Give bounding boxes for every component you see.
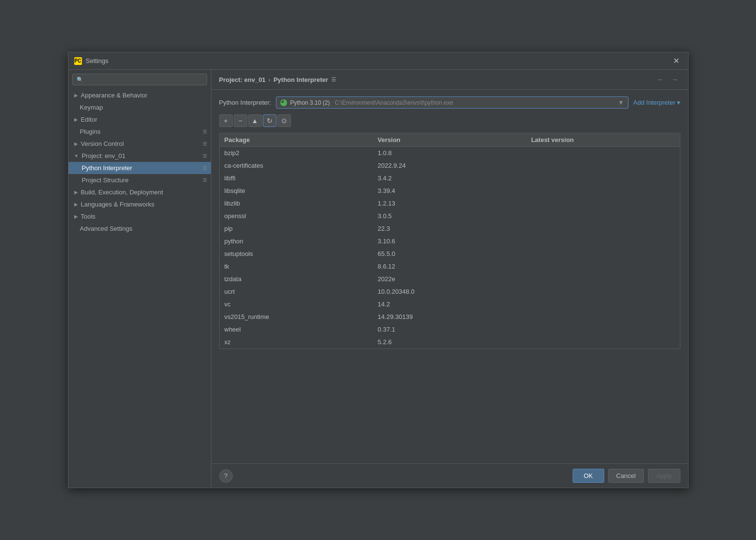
table-row[interactable]: python3.10.6 [220,235,680,248]
remove-package-button[interactable]: − [234,114,247,127]
close-button[interactable]: ✕ [670,55,682,66]
chevron-down-icon: ▼ [74,153,79,159]
table-row[interactable]: wheel0.37.1 [220,323,680,336]
nav-forward-button[interactable]: → [670,75,680,84]
sidebar-item-tools[interactable]: ▶ Tools [68,210,211,222]
col-header-package: Package [220,133,373,146]
app-icon: PC [74,57,82,65]
sidebar-item-appearance[interactable]: ▶ Appearance & Behavior [68,89,211,101]
sidebar-item-label: Tools [81,213,96,220]
breadcrumb-project: Project: env_01 [219,76,266,83]
table-row[interactable]: vs2015_runtime14.29.30139 [220,311,680,323]
table-cell-latest [526,286,679,298]
table-cell-latest [526,298,679,310]
col-header-version: Version [373,133,526,146]
table-row[interactable]: libsqlite3.39.4 [220,185,680,197]
sidebar-item-keymap[interactable]: Keymap [68,101,211,113]
search-input[interactable] [86,76,203,83]
table-row[interactable]: bzip21.0.8 [220,147,680,159]
interpreter-label: Python Interpreter: [219,99,272,106]
dialog-title: Settings [86,57,109,64]
sidebar-item-project-structure[interactable]: Project Structure ☰ [68,174,211,186]
settings-icon: ☰ [203,129,207,134]
table-row[interactable]: tzdata2022e [220,273,680,286]
table-cell-version: 3.10.6 [373,235,526,247]
sidebar-item-languages-frameworks[interactable]: ▶ Languages & Frameworks [68,198,211,210]
settings-icon: ☰ [203,177,207,183]
table-cell-version: 65.5.0 [373,248,526,260]
sidebar-item-python-interpreter[interactable]: Python Interpreter ☰ [68,162,211,174]
table-row[interactable]: setuptools65.5.0 [220,248,680,260]
packages-toolbar: + − ▲ ↻ ⊙ [219,114,680,127]
apply-button[interactable]: Apply [648,469,680,483]
table-cell-package: tk [220,260,373,272]
settings-icon: ☰ [203,141,207,146]
sidebar-item-label: Editor [81,116,97,123]
table-cell-latest [526,311,679,323]
chevron-right-icon: ▶ [74,214,78,219]
table-cell-package: libsqlite [220,185,373,197]
refresh-packages-button[interactable]: ↻ [263,114,276,127]
table-cell-latest [526,235,679,247]
breadcrumb-section: Python Interpreter [273,76,328,83]
chevron-right-icon: ▶ [74,117,78,122]
table-cell-package: ca-certificates [220,159,373,172]
dialog-buttons: OK Cancel Apply [573,469,680,483]
interpreter-row: Python Interpreter: Python 3.10 (2) C:\E… [219,96,680,109]
table-cell-package: xz [220,336,373,348]
sidebar-item-label: Languages & Frameworks [81,201,155,208]
table-row[interactable]: ca-certificates2022.9.24 [220,159,680,172]
sidebar-item-plugins[interactable]: Plugins ☰ [68,126,211,138]
sidebar-item-label: Plugins [80,128,101,135]
sidebar-item-label: Project Structure [82,176,129,184]
sidebar-item-build-exec-deploy[interactable]: ▶ Build, Execution, Deployment [68,186,211,198]
table-row[interactable]: vc14.2 [220,298,680,311]
chevron-right-icon: ▶ [74,202,78,207]
table-row[interactable]: openssl3.0.5 [220,210,680,222]
nav-back-button[interactable]: ← [655,75,666,84]
table-cell-version: 22.3 [373,222,526,235]
table-cell-package: wheel [220,323,373,335]
sidebar-item-editor[interactable]: ▶ Editor [68,113,211,126]
table-row[interactable]: tk8.6.12 [220,260,680,273]
sidebar-item-project-env01[interactable]: ▼ Project: env_01 ☰ [68,150,211,162]
table-row[interactable]: pip22.3 [220,222,680,235]
add-interpreter-button[interactable]: Add Interpreter ▾ [633,99,680,106]
table-cell-latest [526,172,679,184]
table-cell-latest [526,185,679,197]
breadcrumb-bar: Project: env_01 › Python Interpreter ☰ ←… [211,70,688,90]
table-cell-package: vc [220,298,373,310]
sidebar-item-version-control[interactable]: ▶ Version Control ☰ [68,138,211,150]
dropdown-arrow-icon: ▼ [618,99,624,106]
help-button[interactable]: ? [219,469,233,483]
table-cell-latest [526,222,679,235]
sidebar-item-label: Keymap [80,104,103,111]
ok-button[interactable]: OK [573,469,604,483]
table-cell-version: 2022.9.24 [373,159,526,172]
breadcrumb-separator: › [269,76,271,83]
add-package-button[interactable]: + [219,114,233,127]
table-cell-version: 3.4.2 [373,172,526,184]
content-area: Python Interpreter: Python 3.10 (2) C:\E… [211,90,688,463]
table-cell-package: tzdata [220,273,373,285]
sidebar-item-advanced-settings[interactable]: Advanced Settings [68,222,211,235]
settings-dialog: PC Settings ✕ 🔍 ▶ Appearance & Behavior … [68,52,689,488]
cancel-button[interactable]: Cancel [608,469,644,483]
table-cell-version: 1.2.13 [373,197,526,209]
show-details-button[interactable]: ⊙ [277,114,291,127]
col-header-latest: Latest version [526,133,679,146]
sidebar: 🔍 ▶ Appearance & Behavior Keymap ▶ Edito… [68,70,211,488]
upgrade-package-button[interactable]: ▲ [248,114,262,127]
chevron-right-icon: ▶ [74,190,78,195]
search-box[interactable]: 🔍 [72,74,207,85]
table-row[interactable]: libzlib1.2.13 [220,197,680,210]
table-cell-version: 3.39.4 [373,185,526,197]
table-row[interactable]: libffi3.4.2 [220,172,680,185]
main-content: 🔍 ▶ Appearance & Behavior Keymap ▶ Edito… [68,70,688,488]
interpreter-dropdown[interactable]: Python 3.10 (2) C:\Environment\Anaconda3… [276,96,628,109]
table-row[interactable]: ucrt10.0.20348.0 [220,286,680,298]
table-cell-latest [526,147,679,159]
table-row[interactable]: xz5.2.6 [220,336,680,349]
table-cell-latest [526,323,679,335]
interpreter-name: Python 3.10 (2) C:\Environment\Anaconda3… [290,99,615,106]
